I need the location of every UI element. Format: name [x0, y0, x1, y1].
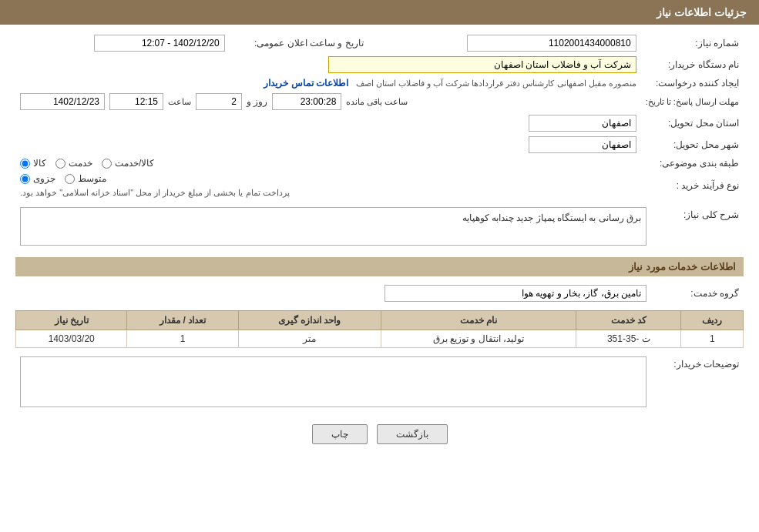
countdown-input[interactable]	[272, 93, 341, 110]
buyer-desc-table: توضیحات خریدار:	[15, 354, 744, 412]
category-radio-group: کالا/خدمت خدمت کالا	[20, 158, 636, 169]
description-text: برق رسانی به ایستگاه پمپاژ جدید چندابه ک…	[462, 212, 641, 223]
services-table: ردیف کد خدمت نام خدمت واحد اندازه گیری ت…	[15, 310, 744, 348]
row-province: استان محل تحویل:	[15, 112, 744, 134]
category-kala-khedmat-option[interactable]: کالا/خدمت	[102, 158, 154, 169]
col-unit: واحد اندازه گیری	[238, 311, 381, 330]
need-number-value-cell	[368, 32, 641, 54]
time-label: ساعت	[168, 97, 191, 107]
service-group-label: گروه خدمت:	[651, 283, 744, 304]
col-date: تاریخ نیاز	[16, 311, 127, 330]
process-note: پرداخت تمام یا بخشی از مبلغ خریدار از مح…	[20, 187, 290, 198]
col-name: نام خدمت	[381, 311, 576, 330]
province-input[interactable]	[529, 115, 636, 132]
button-row: بازگشت چاپ	[15, 424, 744, 444]
row-creator: ایجاد کننده درخواست: منصوره مقبل اصفهانی…	[15, 75, 744, 91]
process-label: نوع فرآیند خرید :	[641, 171, 744, 200]
print-button[interactable]: چاپ	[312, 424, 368, 444]
cell-unit-1: متر	[238, 330, 381, 348]
col-quantity: تعداد / مقدار	[127, 311, 238, 330]
services-table-head: ردیف کد خدمت نام خدمت واحد اندازه گیری ت…	[16, 311, 744, 330]
province-label: استان محل تحویل:	[641, 112, 744, 134]
days-unit-label: روز و	[247, 96, 267, 107]
description-box: برق رسانی به ایستگاه پمپاژ جدید چندابه ک…	[20, 207, 646, 246]
process-value-cell: متوسط جزوی پرداخت تمام یا بخشی از مبلغ خ…	[15, 171, 641, 200]
row-buyer-org: نام دستگاه خریدار:	[15, 54, 744, 75]
announce-value-input[interactable]	[94, 35, 225, 52]
announce-label-cell: تاریخ و ساعت اعلان عمومی:	[230, 32, 368, 54]
city-input[interactable]	[529, 136, 636, 153]
description-row: شرح کلی نیاز: برق رسانی به ایستگاه پمپاژ…	[15, 205, 744, 248]
buyer-org-label: نام دستگاه خریدار:	[641, 54, 744, 75]
buyer-org-value-cell	[15, 54, 641, 75]
province-value-cell	[15, 112, 641, 134]
process-note-text: پرداخت تمام یا بخشی از مبلغ خریدار از مح…	[20, 188, 290, 197]
service-group-value-cell	[15, 283, 651, 304]
service-group-input[interactable]	[385, 285, 646, 302]
deadline-time-input[interactable]	[109, 93, 163, 110]
service-group-table: گروه خدمت:	[15, 283, 744, 304]
creator-text: منصوره مقبل اصفهانی کارشناس دفتر قرارداد…	[356, 79, 636, 88]
process-motovasset-label: متوسط	[78, 173, 106, 184]
description-table: شرح کلی نیاز: برق رسانی به ایستگاه پمپاژ…	[15, 205, 744, 248]
back-button[interactable]: بازگشت	[377, 424, 448, 444]
city-value-cell	[15, 134, 641, 156]
row-process: نوع فرآیند خرید : متوسط جزوی	[15, 171, 744, 200]
services-table-header-row: ردیف کد خدمت نام خدمت واحد اندازه گیری ت…	[16, 311, 744, 330]
category-label: طبقه بندی موضوعی:	[641, 156, 744, 171]
cell-code-1: ت -35-351	[576, 330, 681, 348]
row-city: شهر محل تحویل:	[15, 134, 744, 156]
process-motovasset-radio[interactable]	[65, 174, 75, 184]
category-khedmat-option[interactable]: خدمت	[55, 158, 92, 169]
page-header: جزئیات اطلاعات نیاز	[0, 0, 759, 25]
process-jozvi-label: جزوی	[33, 173, 55, 184]
creator-value-cell: منصوره مقبل اصفهانی کارشناس دفتر قرارداد…	[15, 75, 641, 91]
services-table-body: 1 ت -35-351 تولید، انتقال و توزیع برق مت…	[16, 330, 744, 348]
process-jozvi-option[interactable]: جزوی	[20, 173, 55, 184]
category-khedmat-radio[interactable]	[55, 159, 65, 169]
row-need-number: شماره نیاز: تاریخ و ساعت اعلان عمومی:	[15, 32, 744, 54]
cell-name-1: تولید، انتقال و توزیع برق	[381, 330, 576, 348]
cell-row-1: 1	[681, 330, 744, 348]
process-jozvi-radio[interactable]	[20, 174, 30, 184]
process-container: متوسط جزوی پرداخت تمام یا بخشی از مبلغ خ…	[20, 173, 636, 198]
service-group-row: گروه خدمت:	[15, 283, 744, 304]
category-kala-khedmat-label: کالا/خدمت	[115, 158, 154, 169]
category-value-cell: کالا/خدمت خدمت کالا	[15, 156, 641, 171]
main-info-table: شماره نیاز: تاریخ و ساعت اعلان عمومی: نا…	[15, 32, 744, 200]
deadline-label: مهلت ارسال پاسخ: تا تاریخ:	[641, 91, 744, 112]
buyer-desc-row: توضیحات خریدار:	[15, 354, 744, 412]
creator-label: ایجاد کننده درخواست:	[641, 75, 744, 91]
process-motovasset-option[interactable]: متوسط	[65, 173, 106, 184]
content-area: شماره نیاز: تاریخ و ساعت اعلان عمومی: نا…	[0, 25, 759, 460]
description-value-cell: برق رسانی به ایستگاه پمپاژ جدید چندابه ک…	[15, 205, 651, 248]
need-number-input[interactable]	[467, 35, 636, 52]
page-title: جزئیات اطلاعات نیاز	[657, 6, 747, 18]
category-kala-label: کالا	[33, 158, 46, 169]
table-row: 1 ت -35-351 تولید، انتقال و توزیع برق مت…	[16, 330, 744, 348]
cell-date-1: 1403/03/20	[16, 330, 127, 348]
deadline-date-input[interactable]	[20, 93, 105, 110]
row-category: طبقه بندی موضوعی: کالا/خدمت خدمت کالا	[15, 156, 744, 171]
deadline-days-input[interactable]	[196, 93, 242, 110]
buyer-desc-value-cell	[15, 354, 651, 412]
remaining-label: ساعت باقی مانده	[346, 97, 408, 107]
deadline-value-cell: ساعت باقی مانده روز و ساعت	[15, 91, 641, 112]
buyer-desc-textarea[interactable]	[20, 356, 646, 407]
category-kala-khedmat-radio[interactable]	[102, 159, 112, 169]
need-number-label: شماره نیاز:	[641, 32, 744, 54]
announce-value-cell	[15, 32, 230, 54]
category-kala-radio[interactable]	[20, 159, 30, 169]
creator-link[interactable]: اطلاعات تماس خریدار	[264, 78, 348, 89]
city-label: شهر محل تحویل:	[641, 134, 744, 156]
cell-quantity-1: 1	[127, 330, 238, 348]
col-row: ردیف	[681, 311, 744, 330]
row-deadline: مهلت ارسال پاسخ: تا تاریخ: ساعت باقی مان…	[15, 91, 744, 112]
announce-label: تاریخ و ساعت اعلان عمومی:	[254, 38, 364, 49]
services-section-title: اطلاعات خدمات مورد نیاز	[15, 257, 744, 276]
col-code: کد خدمت	[576, 311, 681, 330]
category-kala-option[interactable]: کالا	[20, 158, 46, 169]
buyer-org-input[interactable]	[328, 56, 636, 73]
page-container: جزئیات اطلاعات نیاز شماره نیاز: تاریخ و …	[0, 0, 759, 532]
category-khedmat-label: خدمت	[69, 158, 92, 169]
